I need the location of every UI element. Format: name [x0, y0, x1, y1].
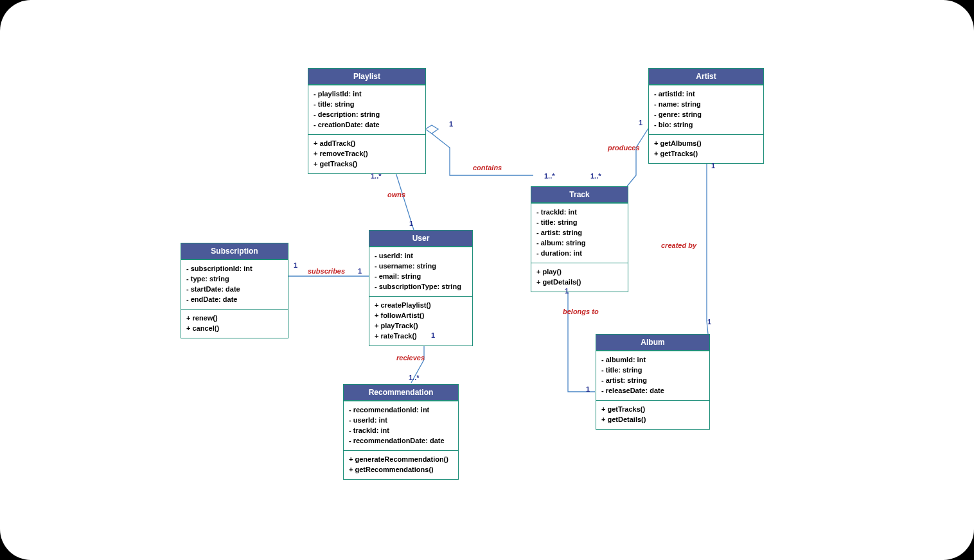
- mult: 1..*: [409, 374, 420, 381]
- class-title: Subscription: [181, 243, 288, 259]
- mult: 1: [431, 331, 435, 339]
- class-track: Track - trackId: int- title: string- art…: [531, 186, 628, 292]
- mult: 1: [707, 318, 711, 326]
- class-attributes: - subscriptionId: int- type: string- sta…: [181, 259, 288, 309]
- class-operations: + generateRecommendation()+ getRecommend…: [344, 450, 458, 479]
- mult: 1: [294, 261, 297, 269]
- mult: 1..*: [371, 172, 382, 180]
- rel-belongsto: belongs to: [563, 308, 599, 315]
- mult: 1..*: [544, 172, 555, 180]
- rel-owns: owns: [387, 191, 405, 198]
- class-operations: + renew()+ cancel(): [181, 309, 288, 338]
- class-operations: + createPlaylist()+ followArtist()+ play…: [369, 296, 472, 346]
- class-recommendation: Recommendation - recommendationId: int- …: [343, 384, 459, 480]
- class-playlist: Playlist - playlistId: int- title: strin…: [308, 68, 426, 174]
- class-attributes: - trackId: int- title: string- artist: s…: [531, 203, 628, 263]
- mult: 1: [358, 267, 362, 275]
- rel-recieves: recieves: [396, 354, 425, 362]
- mult: 1: [711, 162, 715, 170]
- rel-createdby: created by: [661, 241, 696, 249]
- mult: 1: [409, 220, 413, 227]
- mult: 1..*: [590, 172, 601, 180]
- class-artist: Artist - artistId: int- name: string- ge…: [648, 68, 764, 164]
- class-operations: + getAlbums()+ getTracks(): [649, 134, 763, 163]
- class-attributes: - playlistId: int- title: string- descri…: [308, 85, 425, 134]
- class-attributes: - userId: int- username: string- email: …: [369, 247, 472, 296]
- mult: 1: [639, 119, 642, 127]
- svg-marker-0: [425, 125, 438, 134]
- diagram-canvas: Playlist - playlistId: int- title: strin…: [0, 0, 974, 560]
- class-album: Album - albumId: int- title: string- art…: [596, 334, 710, 430]
- mult: 1: [565, 287, 569, 295]
- mult: 1: [586, 385, 590, 393]
- class-operations: + play()+ getDetails(): [531, 263, 628, 292]
- rel-subscribes: subscribes: [308, 267, 345, 275]
- class-title: Track: [531, 187, 628, 203]
- rel-produces: produces: [608, 144, 640, 152]
- class-title: Recommendation: [344, 385, 458, 401]
- class-attributes: - artistId: int- name: string- genre: st…: [649, 85, 763, 134]
- class-title: User: [369, 231, 472, 247]
- class-title: Artist: [649, 69, 763, 85]
- class-title: Album: [596, 335, 709, 351]
- connectors: [0, 0, 974, 560]
- class-attributes: - albumId: int- title: string- artist: s…: [596, 351, 709, 400]
- class-user: User - userId: int- username: string- em…: [369, 230, 473, 346]
- class-operations: + addTrack()+ removeTrack()+ getTracks(): [308, 134, 425, 173]
- rel-contains: contains: [473, 164, 502, 171]
- class-title: Playlist: [308, 69, 425, 85]
- class-attributes: - recommendationId: int- userId: int- tr…: [344, 401, 458, 450]
- class-operations: + getTracks()+ getDetails(): [596, 400, 709, 429]
- class-subscription: Subscription - subscriptionId: int- type…: [181, 243, 288, 338]
- mult: 1: [449, 120, 453, 128]
